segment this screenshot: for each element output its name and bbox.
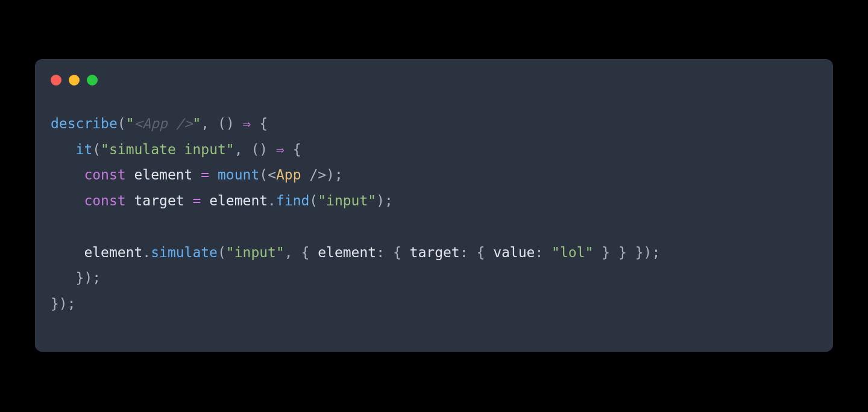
space	[610, 245, 618, 260]
prop-element: element	[318, 245, 376, 260]
punct: }	[51, 296, 59, 311]
kw-const: const	[84, 193, 125, 208]
indent	[51, 193, 84, 208]
punct: {	[293, 142, 301, 157]
space	[543, 245, 552, 260]
space	[485, 245, 493, 260]
space	[301, 167, 310, 183]
code-block: describe("<App />", () ⇒ { it("simulate …	[51, 111, 660, 317]
var-element: element	[134, 167, 193, 183]
string-simulate-input: simulate input	[109, 142, 226, 157]
quote: "	[126, 116, 134, 131]
punct: }	[602, 245, 610, 260]
fn-describe: describe	[51, 116, 118, 131]
space	[126, 193, 134, 208]
punct: ;	[335, 167, 343, 183]
punct: )	[259, 142, 268, 157]
var-element-ref: element	[209, 193, 268, 208]
punct: :	[460, 245, 468, 260]
op-eq: =	[192, 193, 201, 208]
space	[209, 116, 218, 131]
quote: "	[226, 245, 234, 260]
punct: ,	[285, 245, 293, 260]
indent	[51, 167, 84, 183]
indent	[51, 270, 76, 286]
punct: (	[309, 193, 318, 208]
jsx-component: App	[276, 167, 301, 183]
quote: "	[192, 116, 201, 131]
space	[401, 245, 410, 260]
method-find: find	[276, 193, 309, 208]
quote: "	[101, 142, 109, 157]
string-app: <App />	[134, 116, 193, 131]
space	[385, 245, 393, 260]
var-element-ref: element	[84, 245, 142, 260]
punct: }	[618, 245, 627, 260]
space	[126, 167, 134, 183]
zoom-icon[interactable]	[87, 75, 98, 86]
space	[251, 116, 259, 131]
punct: ,	[234, 142, 243, 157]
quote: "	[226, 142, 234, 157]
quote: "	[368, 193, 376, 208]
quote: "	[585, 245, 594, 260]
space	[201, 193, 209, 208]
punct: {	[393, 245, 401, 260]
jsx-lt: <	[268, 167, 276, 183]
quote: "	[318, 193, 326, 208]
op-eq: =	[201, 167, 209, 183]
punct: (	[118, 116, 126, 131]
space	[192, 167, 201, 183]
punct: ;	[68, 296, 76, 311]
punct: )	[326, 167, 335, 183]
punct: {	[476, 245, 485, 260]
punct: {	[301, 245, 310, 260]
space	[593, 245, 602, 260]
punct: (	[218, 116, 226, 131]
punct: :	[535, 245, 543, 260]
space	[309, 245, 318, 260]
space	[234, 116, 243, 131]
space	[627, 245, 635, 260]
method-simulate: simulate	[151, 245, 218, 260]
space	[293, 245, 301, 260]
punct: ;	[652, 245, 660, 260]
arrow: ⇒	[243, 116, 251, 131]
space	[468, 245, 477, 260]
indent	[51, 142, 76, 157]
fn-it: it	[76, 142, 93, 157]
string-input: input	[326, 193, 368, 208]
punct: )	[84, 270, 92, 286]
close-icon[interactable]	[51, 75, 61, 86]
punct: (	[92, 142, 101, 157]
code-window: describe("<App />", () ⇒ { it("simulate …	[35, 59, 833, 352]
punct: )	[644, 245, 652, 260]
punct: )	[376, 193, 385, 208]
string-input2: input	[234, 245, 276, 260]
kw-const: const	[84, 167, 125, 183]
space	[209, 167, 218, 183]
prop-value: value	[493, 245, 535, 260]
punct: .	[268, 193, 276, 208]
punct: ;	[385, 193, 393, 208]
punct: {	[259, 116, 268, 131]
space	[243, 142, 251, 157]
punct: (	[251, 142, 259, 157]
var-target: target	[134, 193, 184, 208]
indent	[51, 245, 84, 260]
punct: :	[376, 245, 385, 260]
space	[268, 142, 276, 157]
quote: "	[552, 245, 560, 260]
punct: }	[76, 270, 84, 286]
fn-mount: mount	[218, 167, 259, 183]
punct: }	[635, 245, 644, 260]
quote: "	[276, 245, 285, 260]
arrow: ⇒	[276, 142, 285, 157]
window-titlebar	[51, 75, 98, 86]
punct: )	[59, 296, 68, 311]
string-lol: lol	[560, 245, 585, 260]
prop-target: target	[410, 245, 460, 260]
minimize-icon[interactable]	[69, 75, 80, 86]
punct: ;	[92, 270, 101, 286]
jsx-selfclose: />	[309, 167, 326, 183]
